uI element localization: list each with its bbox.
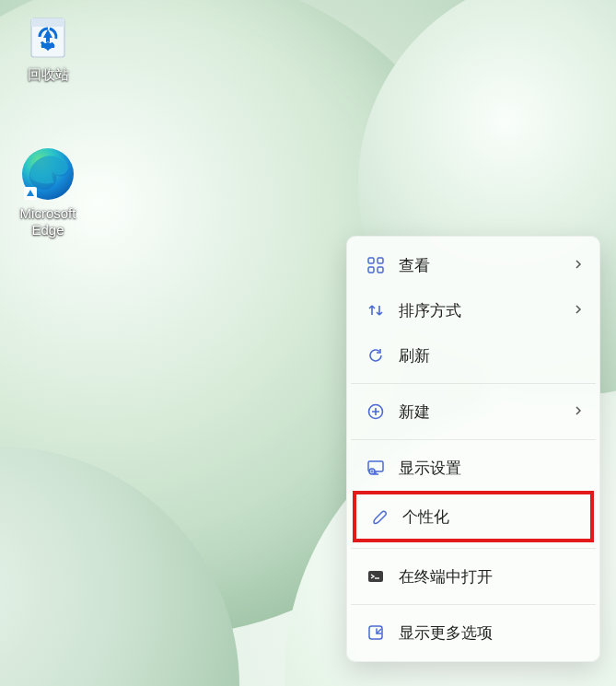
desktop-icon-edge[interactable]: Microsoft Edge: [6, 143, 90, 238]
desktop-context-menu: 查看 排序方式 刷新 新建: [346, 236, 600, 662]
menu-separator: [351, 439, 596, 440]
menu-separator: [351, 604, 596, 605]
svg-rect-5: [378, 258, 383, 263]
new-icon: [366, 401, 386, 422]
edge-icon: [18, 143, 77, 202]
svg-rect-4: [368, 258, 374, 263]
menu-separator: [351, 383, 596, 384]
menu-item-label: 在终端中打开: [399, 566, 493, 587]
desktop-icon-label: Microsoft Edge: [6, 205, 90, 238]
desktop-icon-recycle-bin[interactable]: 回收站: [6, 7, 90, 83]
refresh-icon: [366, 345, 386, 366]
sort-icon: [366, 300, 386, 320]
menu-item-label: 显示更多选项: [399, 622, 493, 644]
menu-item-refresh[interactable]: 刷新: [353, 333, 594, 378]
menu-item-label: 新建: [399, 401, 430, 423]
more-icon: [366, 622, 386, 643]
terminal-icon: [366, 566, 386, 587]
display-icon: [366, 458, 386, 478]
personalize-icon: [369, 506, 389, 527]
svg-rect-12: [369, 626, 382, 639]
menu-item-label: 刷新: [399, 345, 430, 366]
recycle-bin-icon: [20, 7, 76, 63]
menu-item-open-terminal[interactable]: 在终端中打开: [353, 554, 594, 599]
desktop-icon-label: 回收站: [6, 66, 90, 83]
menu-item-sort[interactable]: 排序方式: [353, 288, 594, 332]
menu-item-personalize[interactable]: 个性化: [356, 494, 590, 539]
menu-item-label: 显示设置: [399, 458, 461, 479]
chevron-right-icon: [574, 403, 583, 420]
menu-item-display-settings[interactable]: 显示设置: [353, 446, 594, 490]
menu-item-view[interactable]: 查看: [353, 243, 594, 287]
view-grid-icon: [366, 255, 386, 275]
svg-rect-11: [368, 571, 383, 582]
svg-rect-6: [368, 267, 374, 273]
highlight-personalize: 个性化: [353, 491, 594, 542]
menu-item-label: 查看: [399, 255, 430, 276]
svg-rect-7: [378, 267, 383, 273]
menu-item-show-more-options[interactable]: 显示更多选项: [353, 610, 594, 655]
menu-item-label: 排序方式: [399, 300, 461, 321]
svg-rect-1: [31, 18, 64, 27]
chevron-right-icon: [574, 302, 583, 319]
menu-item-new[interactable]: 新建: [353, 390, 594, 434]
menu-separator: [351, 548, 596, 549]
chevron-right-icon: [574, 257, 583, 273]
menu-item-label: 个性化: [402, 506, 449, 528]
